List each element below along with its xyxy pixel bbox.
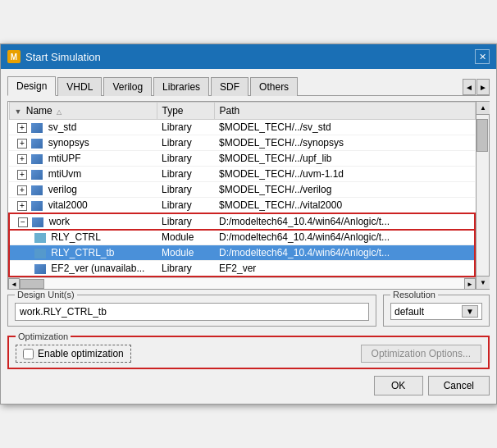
- hscrollbar[interactable]: ◄ ►: [8, 277, 476, 289]
- enable-optimization-checkbox[interactable]: [23, 349, 34, 359]
- lib-icon: [31, 185, 43, 195]
- path-cell: $MODEL_TECH/../uvm-1.1d: [214, 167, 475, 182]
- table-row[interactable]: + verilog Library $MODEL_TECH/../verilog: [9, 182, 475, 198]
- design-unit-label: Design Unit(s): [15, 290, 77, 299]
- lib-icon: [31, 123, 43, 133]
- name-cell: EF2_ver (unavailab...: [9, 261, 157, 277]
- vscroll-track[interactable]: [476, 115, 489, 276]
- table-row[interactable]: + mtiUvm Library $MODEL_TECH/../uvm-1.1d: [9, 167, 475, 182]
- button-row: OK Cancel: [7, 374, 490, 397]
- expand-btn[interactable]: +: [17, 154, 27, 164]
- resolution-select[interactable]: default ▼: [390, 303, 482, 320]
- name-cell: + verilog: [9, 182, 157, 198]
- col-name-header[interactable]: ▼ Name △: [9, 103, 157, 120]
- lib-icon: [31, 170, 43, 180]
- path-cell: $MODEL_TECH/../upf_lib: [214, 151, 475, 167]
- table-row-work[interactable]: − work Library D:/modeltech64_10.4/win64…: [9, 213, 475, 230]
- library-table: ▼ Name △ Type Path: [8, 102, 476, 277]
- resolution-label: Resolution: [390, 290, 438, 299]
- dialog-title: Start Simulation: [25, 51, 101, 63]
- path-cell: $MODEL_TECH/../sv_std: [214, 120, 475, 135]
- lib-icon: [32, 217, 43, 227]
- mod-icon: [34, 249, 46, 258]
- name-sort-icon: △: [57, 108, 62, 116]
- table-row-selected[interactable]: RLY_CTRL_tb Module D:/modeltech64_10.4/w…: [9, 245, 475, 261]
- type-cell: Library: [157, 120, 214, 135]
- tab-scroll-right-btn[interactable]: ►: [476, 79, 490, 95]
- hscroll-right-btn[interactable]: ►: [464, 278, 476, 290]
- expand-btn[interactable]: +: [17, 185, 27, 195]
- table-row[interactable]: + sv_std Library $MODEL_TECH/../sv_std: [9, 120, 475, 135]
- name-cell: RLY_CTRL_tb: [9, 245, 157, 261]
- title-bar-left: M Start Simulation: [7, 50, 101, 63]
- tab-libraries[interactable]: Libraries: [153, 77, 209, 96]
- name-cell: + synopsys: [9, 135, 157, 151]
- name-filter-icon: ▼: [15, 107, 22, 116]
- tab-sdf[interactable]: SDF: [211, 77, 248, 96]
- table-row[interactable]: + vital2000 Library $MODEL_TECH/../vital…: [9, 198, 475, 214]
- tab-vhdl[interactable]: VHDL: [57, 77, 102, 96]
- col-type-header[interactable]: Type: [157, 103, 214, 120]
- type-cell: Module: [157, 245, 214, 261]
- tab-nav: ◄ ►: [463, 79, 490, 95]
- tab-verilog[interactable]: Verilog: [103, 77, 152, 96]
- name-cell: + vital2000: [9, 198, 157, 214]
- hscroll-thumb[interactable]: [20, 279, 44, 289]
- lib-icon: [31, 139, 43, 149]
- mod-icon: [34, 233, 46, 243]
- table-row[interactable]: EF2_ver (unavailab... Library EF2_ver: [9, 261, 475, 277]
- vscrollbar: ▲ ▼: [476, 101, 490, 290]
- vscroll-down-btn[interactable]: ▼: [476, 276, 490, 289]
- vscroll-thumb[interactable]: [476, 119, 488, 152]
- vscroll-up-btn[interactable]: ▲: [476, 102, 490, 115]
- tab-others[interactable]: Others: [250, 77, 298, 96]
- optimization-options-button[interactable]: Optimization Options...: [361, 345, 481, 363]
- tab-design[interactable]: Design: [7, 76, 56, 96]
- table-row[interactable]: RLY_CTRL Module D:/modeltech64_10.4/win6…: [9, 230, 475, 245]
- enable-optimization-text: Enable optimization: [38, 348, 124, 359]
- lib-icon: [31, 154, 43, 164]
- tab-bar: Design VHDL Verilog Libraries SDF Others…: [7, 75, 490, 96]
- expand-btn[interactable]: −: [18, 217, 28, 227]
- name-cell: + sv_std: [9, 120, 157, 135]
- resolution-dropdown-icon[interactable]: ▼: [462, 305, 478, 318]
- optimization-fieldset: Optimization Enable optimization Optimiz…: [7, 331, 490, 369]
- type-cell: Library: [157, 167, 214, 182]
- design-resolution-row: Design Unit(s) Resolution default ▼: [7, 290, 490, 327]
- path-cell: $MODEL_TECH/../synopsys: [214, 135, 475, 151]
- opt-row: Enable optimization Optimization Options…: [16, 345, 481, 363]
- start-simulation-dialog: M Start Simulation ✕ Design VHDL Verilog…: [0, 43, 497, 405]
- design-unit-input[interactable]: [15, 303, 369, 321]
- expand-btn[interactable]: +: [17, 170, 27, 180]
- resolution-value: default: [394, 306, 462, 318]
- expand-btn[interactable]: +: [17, 123, 27, 133]
- hscroll-track[interactable]: [20, 278, 464, 289]
- col-path-header[interactable]: Path: [214, 103, 475, 120]
- path-cell: $MODEL_TECH/../verilog: [214, 182, 475, 198]
- table-border: ▼ Name △ Type Path: [7, 101, 476, 290]
- path-cell: D:/modeltech64_10.4/win64/Anlogic/t...: [214, 245, 475, 261]
- cancel-button[interactable]: Cancel: [428, 376, 490, 395]
- type-cell: Library: [157, 151, 214, 167]
- enable-optimization-label[interactable]: Enable optimization: [16, 345, 131, 363]
- path-cell: EF2_ver: [214, 261, 475, 277]
- table-scroll[interactable]: ▼ Name △ Type Path: [8, 102, 476, 277]
- resolution-fieldset: Resolution default ▼: [383, 290, 490, 327]
- close-button[interactable]: ✕: [475, 49, 490, 64]
- type-cell: Library: [157, 213, 214, 230]
- expand-btn[interactable]: +: [17, 201, 27, 211]
- name-cell: + mtiUvm: [9, 167, 157, 182]
- ok-button[interactable]: OK: [374, 376, 423, 395]
- type-cell: Library: [157, 182, 214, 198]
- library-table-container: ▼ Name △ Type Path: [7, 101, 490, 290]
- table-row[interactable]: + mtiUPF Library $MODEL_TECH/../upf_lib: [9, 151, 475, 167]
- path-cell: $MODEL_TECH/../vital2000: [214, 198, 475, 214]
- name-cell: + mtiUPF: [9, 151, 157, 167]
- dialog-body: Design VHDL Verilog Libraries SDF Others…: [1, 69, 496, 404]
- type-cell: Library: [157, 198, 214, 214]
- lib-icon: [31, 201, 43, 211]
- hscroll-left-btn[interactable]: ◄: [8, 278, 20, 290]
- tab-scroll-left-btn[interactable]: ◄: [463, 79, 476, 95]
- expand-btn[interactable]: +: [17, 139, 27, 149]
- table-row[interactable]: + synopsys Library $MODEL_TECH/../synops…: [9, 135, 475, 151]
